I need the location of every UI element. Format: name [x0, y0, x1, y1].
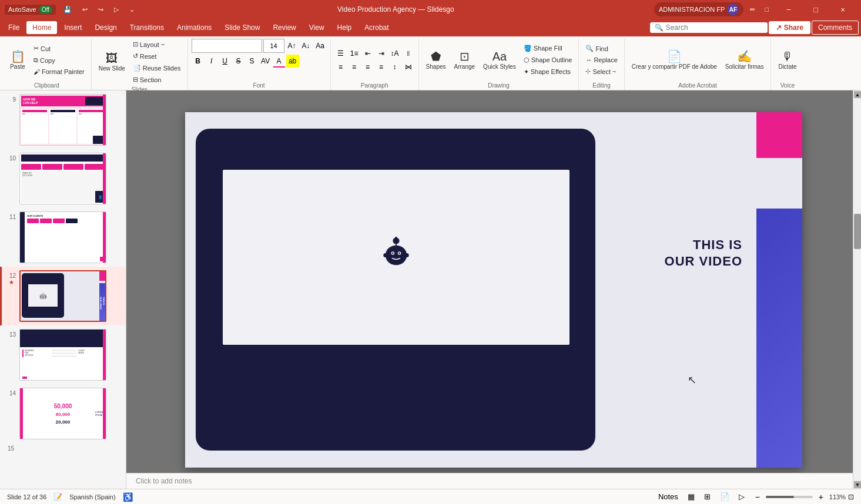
fit-slide-button[interactable]: ⊡ [848, 493, 854, 501]
search-input[interactable] [666, 23, 748, 32]
menu-animations[interactable]: Animations [171, 21, 217, 34]
select-button[interactable]: ⊹ Select ~ [582, 66, 620, 77]
menu-help[interactable]: Help [331, 21, 358, 34]
font-color-button[interactable]: A [273, 55, 286, 68]
quick-styles-button[interactable]: Aa Quick Styles [480, 48, 520, 72]
menu-view[interactable]: View [303, 21, 330, 34]
save-button[interactable]: 💾 [61, 5, 75, 15]
replace-button[interactable]: ↔ Replace [582, 55, 620, 65]
pink-accent-rect[interactable] [756, 112, 802, 158]
font-clear-button[interactable]: Aa [314, 39, 327, 52]
find-button[interactable]: 🔍 Find [582, 43, 620, 54]
italic-button[interactable]: I [205, 55, 218, 68]
menu-design[interactable]: Design [89, 21, 122, 34]
request-signatures-button[interactable]: ✍ Solicitar firmas [722, 48, 768, 72]
align-right-button[interactable]: ≡ [361, 61, 374, 73]
line-spacing-button[interactable]: ↕ [388, 61, 401, 73]
minimize-button[interactable]: − [775, 0, 802, 19]
menu-home[interactable]: Home [26, 21, 57, 34]
slide-thumb-13[interactable]: 13 DESIGNEDFORSUCCESS CLIENTWORK [0, 325, 126, 384]
scroll-up-button[interactable]: ▲ [854, 91, 861, 98]
bold-button[interactable]: B [192, 55, 205, 68]
columns-button[interactable]: ⫴ [402, 47, 415, 60]
font-size-input[interactable] [263, 39, 284, 53]
align-left-button[interactable]: ≡ [334, 61, 347, 73]
section-button[interactable]: ⊟ Section [130, 74, 184, 85]
vertical-scrollbar[interactable]: ▲ ▼ [853, 90, 861, 489]
notes-area[interactable]: Click to add notes [126, 473, 853, 489]
strikethrough-button[interactable]: S [232, 55, 245, 68]
slide-thumb-10[interactable]: 10 SMART RDSOLUTIONS [0, 149, 126, 208]
shape-effects-button[interactable]: ✦ Shape Effects [521, 66, 575, 78]
underline-button[interactable]: U [219, 55, 232, 68]
slide-thumb-14[interactable]: 14 50,000 80,000 20,000 LOREMIPSUM [0, 384, 126, 443]
highlight-button[interactable]: ab [286, 55, 299, 68]
convert-smartart-button[interactable]: ⋈ [402, 61, 415, 73]
redo-button[interactable]: ↪ [95, 5, 106, 15]
slide-panel[interactable]: 9 HOW WECAN HELP text text [0, 90, 126, 489]
zoom-in-button[interactable]: + [815, 491, 827, 503]
undo-button[interactable]: ↩ [79, 5, 91, 15]
menu-slideshow[interactable]: Slide Show [219, 21, 266, 34]
customize-qat-button[interactable]: ⌄ [126, 5, 138, 15]
list-numbers-button[interactable]: 1≡ [348, 47, 361, 60]
dictate-button[interactable]: 🎙 Dictate [775, 48, 800, 72]
scroll-down-button[interactable]: ▼ [854, 481, 861, 488]
justify-button[interactable]: ≡ [375, 61, 388, 73]
cut-button[interactable]: ✂ Cut [31, 43, 88, 54]
comments-button[interactable]: Comments [812, 21, 859, 35]
user-info[interactable]: ADMINISTRACION FP AF [654, 2, 743, 16]
menu-insert[interactable]: Insert [58, 21, 88, 34]
font-shrink-button[interactable]: A↓ [300, 39, 313, 52]
close-button[interactable]: × [829, 0, 856, 19]
video-frame[interactable] [223, 170, 569, 345]
char-spacing-button[interactable]: AV [259, 55, 272, 68]
normal-view-button[interactable]: ▦ [685, 491, 697, 502]
indent-decrease-button[interactable]: ⇤ [361, 47, 374, 60]
indent-increase-button[interactable]: ⇥ [375, 47, 388, 60]
new-slide-button[interactable]: 🖼 New Slide [95, 50, 129, 74]
paste-button[interactable]: 📋 Paste [6, 48, 29, 72]
copy-button[interactable]: ⧉ Copy [31, 55, 88, 66]
slide-notes-icon[interactable]: 📝 [53, 493, 62, 501]
canvas-area[interactable]: THIS IS OUR VIDEO ↖ ▲ ▼ Click to add not… [126, 90, 861, 489]
shape-fill-button[interactable]: 🪣 Shape Fill [521, 43, 575, 54]
menu-transitions[interactable]: Transitions [124, 21, 170, 34]
create-pdf-button[interactable]: 📄 Crear y compartir PDF de Adobe [628, 48, 721, 72]
slide-thumb-12[interactable]: 12 ★ 🤖 THIS ISOUR VIDEO [0, 267, 126, 325]
format-painter-button[interactable]: 🖌 Format Painter [31, 66, 88, 77]
accessibility-button[interactable]: ♿ [123, 492, 133, 502]
scroll-thumb[interactable] [854, 214, 861, 249]
search-bar[interactable]: 🔍 [650, 22, 768, 33]
zoom-out-button[interactable]: − [752, 491, 763, 503]
slide-sorter-button[interactable]: ⊞ [702, 491, 713, 502]
present-button[interactable]: ▷ [111, 5, 122, 15]
menu-file[interactable]: File [2, 21, 25, 34]
layout-button[interactable]: ⊡ Layout ~ [130, 39, 184, 50]
reset-button[interactable]: ↺ Reset [130, 51, 184, 62]
align-center-button[interactable]: ≡ [348, 61, 361, 73]
video-title-text[interactable]: THIS IS OUR VIDEO [665, 237, 742, 270]
zoom-slider[interactable] [766, 496, 813, 498]
autosave-toggle[interactable]: AutoSave Off [5, 5, 56, 15]
blue-gradient-rect[interactable] [756, 209, 802, 468]
share-button[interactable]: ↗ Share [769, 21, 810, 34]
slideshow-button[interactable]: ▷ [736, 491, 747, 502]
menu-review[interactable]: Review [267, 21, 301, 34]
font-family-input[interactable] [192, 39, 262, 53]
shape-outline-button[interactable]: ⬡ Shape Outline [521, 55, 575, 66]
list-bullets-button[interactable]: ☰ [334, 47, 347, 60]
arrange-button[interactable]: ⊡ Arrange [451, 48, 479, 72]
ribbon-display-button[interactable]: □ [762, 5, 772, 14]
notes-view-button[interactable]: Notes [656, 491, 681, 502]
menu-acrobat[interactable]: Acrobat [359, 21, 394, 34]
text-direction-button[interactable]: ↕A [388, 47, 401, 60]
slide-thumb-9[interactable]: 9 HOW WECAN HELP text text [0, 90, 126, 149]
shapes-button[interactable]: ⬟ Shapes [423, 48, 450, 72]
pen-tool-button[interactable]: ✏ [747, 5, 758, 15]
reading-view-button[interactable]: 📄 [718, 491, 732, 502]
text-shadow-button[interactable]: S [246, 55, 259, 68]
reuse-slides-button[interactable]: 📑 Reuse Slides [130, 62, 184, 73]
font-grow-button[interactable]: A↑ [286, 39, 299, 52]
slide-thumb-11[interactable]: 11 OUR CLIENTS [0, 208, 126, 267]
